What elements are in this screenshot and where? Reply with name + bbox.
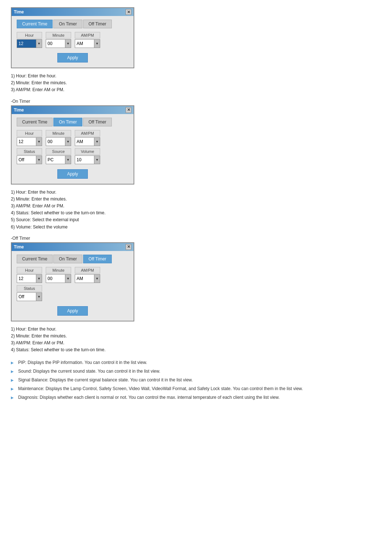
- desc-on-4: 4) Status: Select whether to use the tur…: [11, 210, 381, 216]
- tab-on-timer-1[interactable]: On Timer: [53, 20, 82, 28]
- ampm-arrow-on[interactable]: ▼: [94, 138, 100, 146]
- source-input-on[interactable]: [46, 156, 65, 164]
- minute-input-current[interactable]: [46, 40, 65, 48]
- tab-off-timer-on[interactable]: Off Timer: [83, 118, 112, 126]
- desc-off: 1) Hour: Enter the hour. 2) Minute: Ente…: [11, 326, 381, 354]
- minute-select-off[interactable]: ▼: [46, 274, 71, 283]
- tab-current-time-off[interactable]: Current Time: [17, 255, 53, 263]
- desc-current-1: 1) Hour: Enter the hour.: [11, 73, 381, 80]
- ampm-input-on[interactable]: [75, 138, 94, 146]
- desc-on-5: 5) Source: Select the external input: [11, 216, 381, 223]
- tab-off-timer-1[interactable]: Off Timer: [83, 20, 112, 28]
- apply-button-current[interactable]: Apply: [57, 53, 88, 62]
- close-button-off[interactable]: ✕: [126, 244, 131, 250]
- dialog-title-on: Time: [14, 108, 24, 113]
- on-timer-dialog: Time ✕ Current Time On Timer Off Timer H…: [11, 105, 134, 185]
- tab-on-timer-off[interactable]: On Timer: [53, 255, 82, 263]
- apply-button-off[interactable]: Apply: [57, 306, 88, 316]
- bullet-maintenance: Maintenance: Displays the Lamp Control, …: [11, 385, 381, 392]
- desc-current-2: 2) Minute: Enter the minutes.: [11, 80, 381, 86]
- ampm-group-on: AM/PM ▼: [75, 130, 100, 146]
- hour-arrow-current[interactable]: ▼: [36, 40, 42, 48]
- minute-input-on[interactable]: [46, 138, 65, 146]
- tab-off-timer-off[interactable]: Off Timer: [83, 255, 112, 263]
- minute-select-on[interactable]: ▼: [46, 137, 71, 146]
- ampm-input-off[interactable]: [75, 275, 94, 283]
- status-arrow-on[interactable]: ▼: [36, 156, 42, 164]
- hour-input-off[interactable]: [17, 275, 36, 283]
- tabs-on: Current Time On Timer Off Timer: [17, 118, 128, 126]
- desc-on-1: 1) Hour: Enter the hour.: [11, 189, 381, 196]
- hour-label-on: Hour: [17, 130, 42, 137]
- minute-select-current[interactable]: ▼: [46, 39, 71, 48]
- hour-group-off: Hour ▼: [17, 267, 42, 283]
- volume-input-on[interactable]: [75, 156, 94, 164]
- fields-row1-on: Hour ▼ Minute ▼ AM/PM ▼: [17, 130, 128, 146]
- fields-row-current: Hour ▼ Minute ▼ AM/PM ▼: [17, 32, 128, 48]
- desc-off-3: 3) AM/PM: Enter AM or PM.: [11, 340, 381, 347]
- minute-label-current: Minute: [46, 32, 71, 39]
- status-arrow-off[interactable]: ▼: [36, 293, 42, 301]
- hour-arrow-off[interactable]: ▼: [36, 275, 42, 283]
- tabs-off: Current Time On Timer Off Timer: [17, 255, 128, 263]
- dialog-titlebar-on: Time ✕: [12, 106, 134, 114]
- minute-group-on: Minute ▼: [46, 130, 71, 146]
- status-select-off[interactable]: ▼: [17, 292, 42, 301]
- hour-input-on[interactable]: [17, 138, 36, 146]
- hour-input-current[interactable]: [17, 40, 36, 48]
- ampm-arrow-current[interactable]: ▼: [94, 40, 100, 48]
- desc-current: 1) Hour: Enter the hour. 2) Minute: Ente…: [11, 73, 381, 94]
- ampm-arrow-off[interactable]: ▼: [94, 275, 100, 283]
- minute-arrow-current[interactable]: ▼: [65, 40, 71, 48]
- bullet-sound: Sound: Displays the current sound state.…: [11, 368, 381, 374]
- ampm-select-current[interactable]: ▼: [75, 39, 100, 48]
- hour-select-on[interactable]: ▼: [17, 137, 42, 146]
- fields-row1-off: Hour ▼ Minute ▼ AM/PM ▼: [17, 267, 128, 283]
- tab-current-time[interactable]: Current Time: [17, 20, 53, 28]
- apply-button-on[interactable]: Apply: [57, 169, 88, 179]
- hour-select-off[interactable]: ▼: [17, 274, 42, 283]
- close-button-current[interactable]: ✕: [126, 9, 131, 15]
- hour-arrow-on[interactable]: ▼: [36, 138, 42, 146]
- close-button-on[interactable]: ✕: [126, 107, 131, 113]
- minute-arrow-on[interactable]: ▼: [65, 138, 71, 146]
- ampm-group-off: AM/PM ▼: [75, 267, 100, 283]
- off-timer-dialog: Time ✕ Current Time On Timer Off Timer H…: [11, 242, 134, 321]
- source-select-on[interactable]: ▼: [46, 155, 71, 164]
- off-timer-section-label: -Off Timer: [11, 236, 381, 241]
- tab-on-timer-on[interactable]: On Timer: [53, 118, 82, 126]
- desc-off-4: 4) Status: Select whether to use the tur…: [11, 347, 381, 353]
- hour-select-current[interactable]: ▼: [17, 39, 42, 48]
- hour-group-current: Hour ▼: [17, 32, 42, 48]
- status-select-on[interactable]: ▼: [17, 155, 42, 164]
- minute-group-off: Minute ▼: [46, 267, 71, 283]
- source-group-on: Source ▼: [46, 148, 71, 164]
- desc-off-2: 2) Minute: Enter the minutes.: [11, 333, 381, 340]
- dialog-title-current: Time: [14, 9, 24, 15]
- current-time-dialog: Time ✕ Current Time On Timer Off Timer H…: [11, 7, 134, 68]
- fields-row2-off: Status ▼: [17, 285, 128, 301]
- volume-select-on[interactable]: ▼: [75, 155, 100, 164]
- fields-row2-on: Status ▼ Source ▼ Volume ▼: [17, 148, 128, 164]
- bullet-diagnosis: Diagnosis: Displays whether each client …: [11, 394, 381, 401]
- volume-arrow-on[interactable]: ▼: [94, 156, 100, 164]
- bullet-pip: PIP: Displays the PIP information. You c…: [11, 359, 381, 366]
- on-timer-section-label: -On Timer: [11, 99, 381, 104]
- ampm-label-current: AM/PM: [75, 32, 100, 39]
- ampm-input-current[interactable]: [75, 40, 94, 48]
- minute-group-current: Minute ▼: [46, 32, 71, 48]
- source-arrow-on[interactable]: ▼: [65, 156, 71, 164]
- source-label-on: Source: [46, 148, 71, 155]
- status-input-on[interactable]: [17, 156, 36, 164]
- desc-on: 1) Hour: Enter the hour. 2) Minute: Ente…: [11, 189, 381, 231]
- ampm-select-on[interactable]: ▼: [75, 137, 100, 146]
- ampm-select-off[interactable]: ▼: [75, 274, 100, 283]
- status-input-off[interactable]: [17, 293, 36, 301]
- apply-wrap-off: Apply: [17, 306, 128, 316]
- minute-arrow-off[interactable]: ▼: [65, 275, 71, 283]
- minute-label-off: Minute: [46, 267, 71, 274]
- tab-current-time-on[interactable]: Current Time: [17, 118, 53, 126]
- dialog-titlebar-off: Time ✕: [12, 243, 134, 251]
- status-label-off: Status: [17, 285, 42, 292]
- minute-input-off[interactable]: [46, 275, 65, 283]
